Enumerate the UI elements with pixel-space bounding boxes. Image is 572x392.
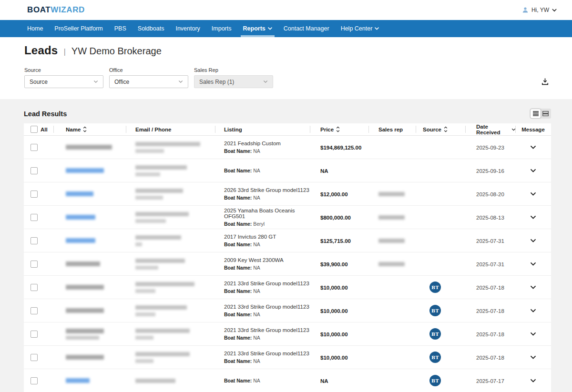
censored-text-bar [66, 308, 104, 313]
censored-text-bar [135, 242, 142, 246]
row-checkbox[interactable] [31, 214, 38, 221]
censored-text-bar [135, 329, 190, 333]
nav-item-soldboats[interactable]: Soldboats [132, 20, 170, 37]
nav-item-inventory[interactable]: Inventory [170, 20, 205, 37]
listing-title: 2021 33rd Strike Group model1123 [224, 351, 310, 356]
column-header-sales-rep: Sales rep [369, 123, 416, 135]
nav-item-label: Imports [212, 25, 232, 32]
price-value: NA [320, 168, 328, 174]
expand-message-button[interactable] [528, 258, 539, 270]
nav-item-proseller-platform[interactable]: ProSeller Platform [49, 20, 108, 37]
listing-cell: 2021 Feadship CustomBoat Name: NA [215, 141, 310, 154]
nav-item-label: Help Center [341, 25, 373, 32]
list-view-button[interactable] [531, 109, 541, 118]
lead-name-censored [54, 355, 126, 360]
lead-name-link-censored[interactable] [54, 191, 126, 196]
column-label: Sales rep [378, 127, 403, 132]
price-value: $12,000.00 [320, 191, 348, 197]
price-value: $194,869,125.00 [320, 145, 361, 151]
listing-cell: 2021 33rd Strike Group model1123Boat Nam… [215, 281, 310, 294]
expand-message-button[interactable] [528, 281, 539, 293]
filter-group-office: OfficeOffice [109, 67, 188, 88]
lead-name-link-censored[interactable] [54, 378, 126, 383]
chevron-down-icon [530, 332, 536, 336]
nav-item-label: Contact Manager [284, 25, 329, 32]
lead-name-link-censored[interactable] [54, 215, 126, 220]
listing-cell: 2021 33rd Strike Group model1123Boat Nam… [215, 304, 310, 317]
sales-rep-cell [369, 239, 416, 243]
expand-message-button[interactable] [528, 352, 539, 363]
download-button[interactable] [539, 75, 551, 88]
select-all-checkbox[interactable] [31, 126, 38, 133]
nav-item-home[interactable]: Home [21, 20, 49, 37]
nav-item-reports[interactable]: Reports [237, 20, 278, 37]
censored-text-bar [66, 238, 95, 243]
boat-name-value: NA [253, 335, 260, 341]
row-checkbox[interactable] [31, 284, 38, 291]
lead-name-link-censored[interactable] [54, 238, 126, 243]
censored-text-bar [66, 215, 95, 220]
page-title-row: Leads | YW Demo Brokerage [24, 44, 551, 58]
listing-title: 2017 Invictus 280 GT [224, 234, 310, 240]
expand-message-button[interactable] [528, 235, 539, 246]
lead-row: 2009 Key West 2300WABoat Name: NA$39,900… [24, 252, 551, 276]
price-cell: $10,000.00 [310, 353, 369, 362]
date-received-value: 2025-08-20 [476, 191, 504, 197]
row-checkbox[interactable] [31, 191, 38, 198]
nav-item-contact-manager[interactable]: Contact Manager [278, 20, 335, 37]
lead-row: 2026 33rd Strike Group model1123Boat Nam… [24, 182, 551, 206]
chevron-down-icon [268, 27, 272, 30]
price-cell: NA [310, 376, 369, 385]
boat-name-label: Boat Name: [224, 241, 252, 247]
message-cell [516, 352, 551, 363]
boat-name-value: NA [253, 312, 260, 317]
date-received-value: 2025-07-18 [476, 332, 504, 337]
user-menu[interactable]: Hi, YW [522, 7, 557, 13]
column-header-date-received[interactable]: Date Received [466, 123, 516, 135]
column-header-source[interactable]: Source [416, 123, 466, 135]
date-received-cell: 2025-07-18 [466, 330, 516, 338]
censored-text-bar [135, 219, 166, 223]
row-checkbox-cell [24, 167, 54, 174]
expand-message-button[interactable] [528, 305, 539, 316]
row-checkbox[interactable] [31, 261, 38, 268]
date-received-value: 2025-09-16 [476, 168, 504, 174]
nav-item-imports[interactable]: Imports [206, 20, 237, 37]
chevron-down-icon [552, 9, 557, 12]
listing-title: 2021 33rd Strike Group model1123 [224, 327, 310, 333]
lead-name-link-censored[interactable] [54, 168, 126, 173]
expand-message-button[interactable] [528, 211, 539, 223]
column-header-name[interactable]: Name [54, 123, 126, 135]
expand-message-button[interactable] [528, 375, 539, 386]
censored-text-bar [135, 149, 164, 153]
expand-message-button[interactable] [528, 165, 539, 176]
expand-message-button[interactable] [528, 141, 539, 153]
row-checkbox[interactable] [31, 167, 38, 174]
boat-name-label: Boat Name: [224, 378, 252, 383]
nav-item-pbs[interactable]: PBS [109, 20, 132, 37]
boat-name-line: Boat Name: NA [224, 148, 310, 154]
date-received-cell: 2025-07-31 [466, 260, 516, 268]
row-checkbox[interactable] [31, 237, 38, 244]
boat-name-line: Boat Name: NA [224, 265, 310, 271]
row-checkbox[interactable] [31, 354, 38, 361]
lead-row: 2021 33rd Strike Group model1123Boat Nam… [24, 299, 551, 322]
expand-message-button[interactable] [528, 328, 539, 340]
nav-item-help-center[interactable]: Help Center [335, 20, 385, 37]
card-view-button[interactable] [541, 109, 551, 118]
row-checkbox[interactable] [31, 377, 38, 384]
column-header-message: Message [516, 123, 551, 135]
date-received-cell: 2025-07-18 [466, 353, 516, 362]
message-cell [516, 188, 551, 200]
expand-message-button[interactable] [528, 188, 539, 200]
row-checkbox-cell [24, 261, 54, 268]
office-dropdown[interactable]: Office [109, 75, 188, 88]
column-header-price[interactable]: Price [310, 123, 369, 135]
source-dropdown[interactable]: Source [24, 75, 103, 88]
row-checkbox[interactable] [31, 144, 38, 151]
row-checkbox[interactable] [31, 307, 38, 314]
row-checkbox[interactable] [31, 331, 38, 338]
boat-name-line: Boat Name: NA [224, 168, 310, 173]
person-icon [522, 7, 529, 13]
source-cell: BT [416, 281, 466, 293]
